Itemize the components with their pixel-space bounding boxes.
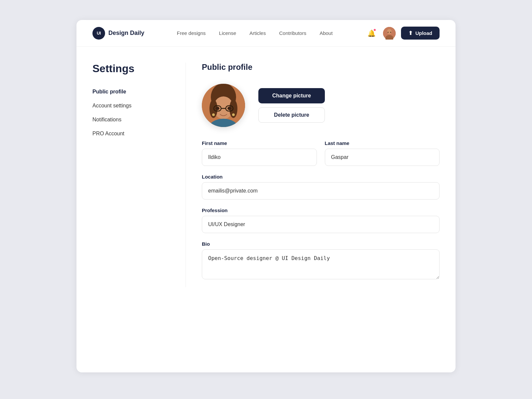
upload-button[interactable]: ⬆ Upload xyxy=(401,27,440,40)
profile-avatar-image xyxy=(202,84,245,127)
settings-sidebar: Settings Public profile Account settings… xyxy=(92,63,186,287)
settings-nav: Public profile Account settings Notifica… xyxy=(92,85,186,140)
svg-point-1 xyxy=(387,29,392,34)
sidebar-item-public-profile[interactable]: Public profile xyxy=(92,85,186,98)
nav-about[interactable]: About xyxy=(320,30,332,36)
svg-point-15 xyxy=(212,113,215,116)
name-row: First name Last name xyxy=(202,140,440,166)
first-name-input[interactable] xyxy=(202,149,317,166)
sidebar-item-notifications[interactable]: Notifications xyxy=(92,113,186,126)
delete-picture-button[interactable]: Delete picture xyxy=(258,107,325,123)
nav-free-designs[interactable]: Free designs xyxy=(177,30,206,36)
bio-row: Bio xyxy=(202,241,440,279)
location-group: Location xyxy=(202,174,440,200)
panel-title: Public profile xyxy=(202,63,440,72)
first-name-label: First name xyxy=(202,140,317,146)
app-container: UI Design Daily Free designs License Art… xyxy=(76,20,456,372)
nav-license[interactable]: License xyxy=(219,30,236,36)
settings-title: Settings xyxy=(92,63,186,75)
notification-dot xyxy=(373,28,376,32)
profession-label: Profession xyxy=(202,207,440,213)
profile-picture-section: Change picture Delete picture xyxy=(202,84,440,127)
sidebar-item-account-settings[interactable]: Account settings xyxy=(92,99,186,112)
profession-group: Profession xyxy=(202,207,440,233)
last-name-input[interactable] xyxy=(325,149,440,166)
svg-point-14 xyxy=(227,107,231,110)
logo-icon: UI xyxy=(92,27,105,40)
avatar-image xyxy=(383,27,396,40)
main-nav: Free designs License Articles Contributo… xyxy=(177,30,333,36)
bio-input[interactable] xyxy=(202,249,440,279)
profession-input[interactable] xyxy=(202,216,440,233)
notifications-button[interactable]: 🔔 xyxy=(365,27,378,40)
header: UI Design Daily Free designs License Art… xyxy=(76,20,456,47)
logo-text: Design Daily xyxy=(108,30,144,37)
upload-icon: ⬆ xyxy=(408,30,413,36)
user-avatar[interactable] xyxy=(383,27,396,40)
location-label: Location xyxy=(202,174,440,180)
bio-group: Bio xyxy=(202,241,440,279)
location-input[interactable] xyxy=(202,182,440,200)
last-name-label: Last name xyxy=(325,140,440,146)
sidebar-item-pro-account[interactable]: PRO Account xyxy=(92,127,186,140)
location-row: Location xyxy=(202,174,440,200)
profile-avatar xyxy=(202,84,245,127)
bio-label: Bio xyxy=(202,241,440,247)
header-actions: 🔔 ⬆ Upload xyxy=(365,27,440,40)
picture-actions: Change picture Delete picture xyxy=(258,88,325,123)
main-content: Settings Public profile Account settings… xyxy=(76,47,456,303)
last-name-group: Last name xyxy=(325,140,440,166)
change-picture-button[interactable]: Change picture xyxy=(258,88,325,103)
svg-point-16 xyxy=(232,113,235,116)
profession-row: Profession xyxy=(202,207,440,233)
upload-label: Upload xyxy=(415,30,432,36)
nav-articles[interactable]: Articles xyxy=(249,30,266,36)
svg-point-4 xyxy=(390,32,391,33)
svg-point-3 xyxy=(388,32,389,33)
settings-content-panel: Public profile xyxy=(186,63,440,287)
svg-point-13 xyxy=(215,107,219,110)
first-name-group: First name xyxy=(202,140,317,166)
logo-area[interactable]: UI Design Daily xyxy=(92,27,144,40)
nav-contributors[interactable]: Contributors xyxy=(279,30,306,36)
